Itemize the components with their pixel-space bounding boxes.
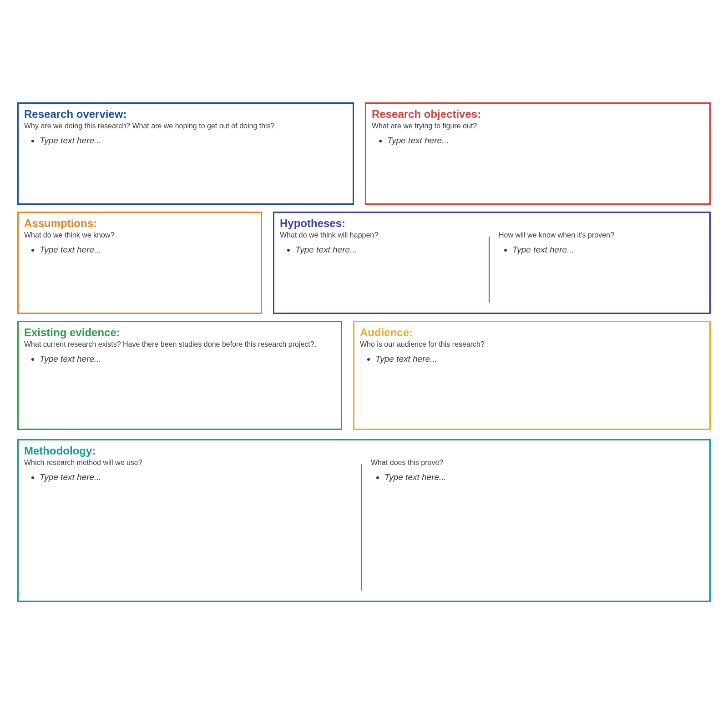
section-title: Research overview:	[24, 107, 347, 121]
section-assumptions: Assumptions: What do we think we know? T…	[17, 212, 262, 314]
hypotheses-left-column: What do we think will happen? Type text …	[280, 230, 489, 309]
section-subtitle: What current research exists? Have there…	[24, 340, 335, 349]
divider-vertical	[361, 464, 362, 591]
placeholder-text[interactable]: Type text here...	[40, 135, 347, 147]
methodology-right-column: What does this prove? Type text here...	[361, 458, 709, 597]
placeholder-text[interactable]: Type text here...	[384, 471, 706, 484]
placeholder-text[interactable]: Type text here...	[387, 135, 704, 147]
research-plan-canvas: Research overview: Why are we doing this…	[0, 0, 728, 728]
placeholder-text[interactable]: Type text here...	[375, 353, 704, 365]
section-hypotheses: Hypotheses: What do we think will happen…	[273, 212, 711, 314]
placeholder-text[interactable]: Type text here...	[40, 244, 255, 256]
section-subtitle: How will we know when it's proven?	[499, 231, 706, 239]
section-title: Hypotheses:	[280, 217, 709, 230]
placeholder-text[interactable]: Type text here...	[295, 244, 489, 256]
section-title: Audience:	[360, 326, 704, 339]
section-research-objectives: Research objectives: What are we trying …	[365, 102, 711, 205]
section-subtitle: Why are we doing this research? What are…	[24, 122, 347, 130]
section-title: Methodology:	[24, 444, 709, 458]
section-title: Assumptions:	[24, 217, 255, 230]
section-title: Existing evidence:	[24, 326, 335, 339]
section-subtitle: What do we think will happen?	[280, 231, 489, 239]
placeholder-text[interactable]: Type text here...	[40, 471, 361, 484]
divider-vertical	[489, 237, 490, 303]
hypotheses-right-column: How will we know when it's proven? Type …	[489, 230, 709, 309]
section-subtitle: Which research method will we use?	[24, 459, 361, 467]
placeholder-text[interactable]: Type text here...	[512, 244, 706, 256]
section-subtitle: What do we think we know?	[24, 231, 255, 239]
section-subtitle: What does this prove?	[371, 459, 706, 467]
section-title: Research objectives:	[372, 107, 704, 121]
placeholder-text[interactable]: Type text here...	[40, 353, 335, 365]
methodology-left-column: Which research method will we use? Type …	[24, 458, 361, 597]
section-research-overview: Research overview: Why are we doing this…	[17, 102, 354, 205]
section-subtitle: What are we trying to figure out?	[372, 122, 704, 130]
section-methodology: Methodology: Which research method will …	[17, 439, 711, 602]
section-subtitle: Who is our audience for this research?	[360, 340, 704, 349]
section-existing-evidence: Existing evidence: What current research…	[17, 321, 342, 430]
section-audience: Audience: Who is our audience for this r…	[353, 321, 711, 430]
